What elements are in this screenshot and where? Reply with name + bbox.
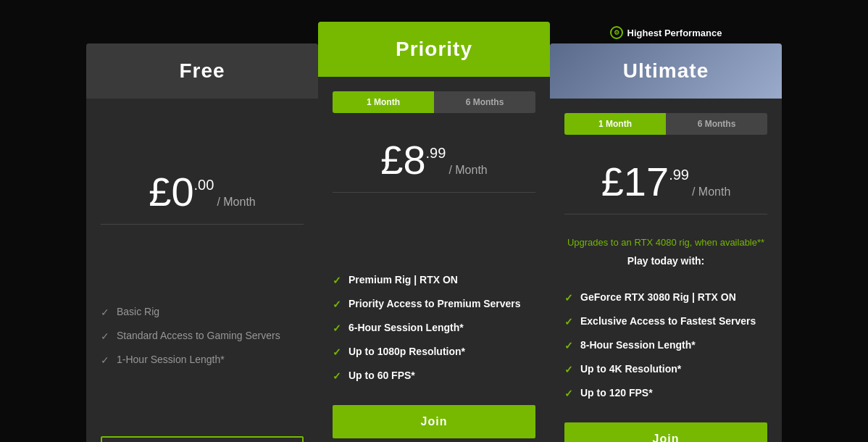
free-features-spacer (101, 236, 304, 294)
check-icon-3: ✓ (101, 354, 109, 366)
ultimate-feature-3-text: 8-Hour Session Length* (580, 339, 696, 351)
priority-price-decimal: .99 (426, 145, 446, 162)
priority-price-display: £8 .99 / Month (333, 136, 535, 183)
check-icon-p3: ✓ (333, 322, 341, 334)
check-icon-u2: ✓ (564, 316, 573, 328)
ultimate-1month-btn[interactable]: 1 Month (564, 113, 666, 135)
check-icon-1: ✓ (101, 307, 109, 318)
ultimate-price-main: £17 (601, 158, 669, 205)
ultimate-join-button[interactable]: Join (564, 422, 767, 442)
ultimate-wrapper: ⚙ Highest Performance Ultimate 1 Month 6… (550, 22, 782, 442)
priority-feature-3: ✓ 6-Hour Session Length* (333, 316, 535, 340)
play-today-label: Play today with: (564, 255, 767, 267)
free-price-decimal: .00 (194, 177, 214, 193)
plan-header-ultimate: Ultimate (550, 43, 782, 99)
priority-1month-btn[interactable]: 1 Month (333, 91, 434, 113)
priority-feature-4: ✓ Up to 1080p Resolution* (333, 340, 535, 364)
ultimate-6months-btn[interactable]: 6 Months (666, 113, 767, 135)
priority-feature-5-text: Up to 60 FPS* (349, 370, 415, 381)
ultimate-features-list: ✓ GeForce RTX 3080 Rig | RTX ON ✓ Exclus… (564, 280, 767, 411)
plan-card-free: Free £0 .00 / Month ✓ Basic Rig ✓ Standa (86, 43, 318, 442)
priority-feature-1: ✓ Premium Rig | RTX ON (333, 268, 535, 292)
free-feature-2: ✓ Standard Access to Gaming Servers (101, 324, 304, 348)
ultimate-billing-toggle: 1 Month 6 Months (564, 113, 767, 135)
check-icon-u1: ✓ (564, 292, 573, 304)
priority-feature-1-text: Premium Rig | RTX ON (349, 274, 458, 285)
ultimate-feature-1: ✓ GeForce RTX 3080 Rig | RTX ON (564, 285, 767, 309)
check-icon-u3: ✓ (564, 340, 573, 351)
free-features-list: ✓ Basic Rig ✓ Standard Access to Gaming … (101, 294, 304, 425)
plan-title-priority: Priority (396, 38, 472, 60)
ultimate-feature-2-text: Exclusive Access to Fastest Servers (580, 315, 756, 327)
priority-billing-toggle: 1 Month 6 Months (333, 91, 535, 113)
free-price-main: £0 (149, 168, 193, 215)
badge-text: Highest Performance (627, 28, 722, 38)
priority-price-period: / Month (448, 164, 487, 177)
priority-feature-2-text: Priority Access to Premium Servers (349, 298, 521, 309)
ultimate-feature-4-text: Up to 4K Resolution* (580, 363, 681, 375)
free-feature-1: ✓ Basic Rig (101, 300, 304, 324)
plan-title-free: Free (179, 59, 225, 82)
plan-card-priority: Priority 1 Month 6 Months £8 .99 / Month… (318, 22, 550, 442)
priority-join-button[interactable]: Join (333, 405, 535, 438)
plan-title-ultimate: Ultimate (623, 59, 709, 82)
ultimate-price-decimal: .99 (669, 167, 689, 183)
check-icon-u5: ✓ (564, 388, 573, 399)
priority-features-spacer (333, 204, 535, 262)
ultimate-feature-5-text: Up to 120 FPS* (580, 387, 653, 399)
plan-body-priority: 1 Month 6 Months £8 .99 / Month ✓ Premiu… (318, 77, 550, 442)
priority-feature-4-text: Up to 1080p Resolution* (349, 346, 465, 357)
plan-header-priority: Priority (318, 22, 550, 77)
ultimate-feature-4: ✓ Up to 4K Resolution* (564, 357, 767, 381)
highest-performance-badge: ⚙ Highest Performance (550, 22, 782, 43)
free-price-display: £0 .00 / Month (101, 168, 304, 215)
ultimate-price-period: / Month (692, 185, 730, 199)
check-icon-u4: ✓ (564, 364, 573, 375)
free-feature-3-text: 1-Hour Session Length* (117, 354, 225, 365)
plan-body-free: £0 .00 / Month ✓ Basic Rig ✓ Standard Ac… (86, 99, 318, 442)
priority-features-list: ✓ Premium Rig | RTX ON ✓ Priority Access… (333, 262, 535, 393)
plan-card-ultimate: Ultimate 1 Month 6 Months £17 .99 / Mont… (550, 43, 782, 442)
check-icon-2: ✓ (101, 330, 109, 342)
badge-icon: ⚙ (610, 26, 623, 39)
ultimate-feature-1-text: GeForce RTX 3080 Rig | RTX ON (580, 291, 736, 303)
free-price-period: / Month (217, 196, 255, 209)
ultimate-feature-2: ✓ Exclusive Access to Fastest Servers (564, 309, 767, 333)
ultimate-price-section: £17 .99 / Month (564, 146, 767, 214)
free-feature-2-text: Standard Access to Gaming Servers (117, 330, 280, 341)
upgrade-note: Upgrades to an RTX 4080 rig, when availa… (564, 236, 767, 249)
free-feature-3: ✓ 1-Hour Session Length* (101, 348, 304, 372)
priority-feature-3-text: 6-Hour Session Length* (349, 322, 464, 333)
free-price-section: £0 .00 / Month (101, 157, 304, 225)
plan-body-ultimate: 1 Month 6 Months £17 .99 / Month Upgrade… (550, 99, 782, 442)
ultimate-feature-3: ✓ 8-Hour Session Length* (564, 333, 767, 357)
plan-header-free: Free (86, 43, 318, 99)
free-billing-spacer (101, 113, 304, 157)
priority-feature-2: ✓ Priority Access to Premium Servers (333, 292, 535, 316)
priority-price-section: £8 .99 / Month (333, 125, 535, 193)
priority-price-main: £8 (380, 136, 425, 183)
priority-6months-btn[interactable]: 6 Months (434, 91, 535, 113)
priority-feature-5: ✓ Up to 60 FPS* (333, 364, 535, 388)
ultimate-upgrade-section: Upgrades to an RTX 4080 rig, when availa… (564, 226, 767, 280)
pricing-container: Free £0 .00 / Month ✓ Basic Rig ✓ Standa (86, 0, 782, 442)
ultimate-feature-5: ✓ Up to 120 FPS* (564, 381, 767, 405)
check-icon-p2: ✓ (333, 299, 341, 310)
check-icon-p1: ✓ (333, 275, 341, 286)
check-icon-p4: ✓ (333, 346, 341, 358)
free-feature-1-text: Basic Rig (117, 306, 159, 317)
check-icon-p5: ✓ (333, 370, 341, 382)
free-join-button[interactable]: Join (101, 436, 304, 442)
ultimate-price-display: £17 .99 / Month (564, 158, 767, 205)
